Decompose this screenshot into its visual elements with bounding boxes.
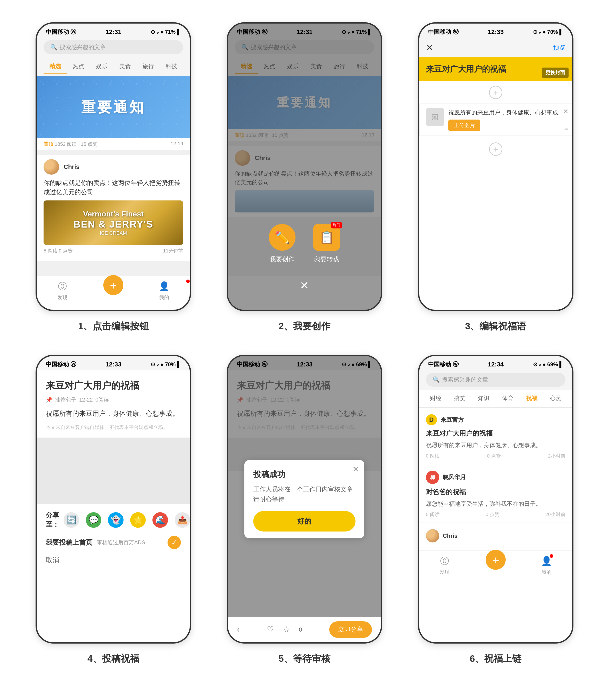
blessing-date-4: 12-22 (79, 397, 93, 403)
nav-fab-1[interactable]: ＋ (88, 279, 139, 301)
submit-label-4: 我要投稿上首页 (46, 538, 92, 547)
step-label-6: 6、祝福上链 (470, 652, 521, 665)
fab-plus-icon-6[interactable]: ＋ (486, 550, 506, 570)
nav-tab-featured-1[interactable]: 精选 (44, 60, 67, 73)
result-item-3[interactable]: Chris (419, 523, 572, 551)
dialog-ok-btn[interactable]: 好的 (253, 511, 355, 531)
carrier-4: 中国移动 ⓦ (46, 360, 76, 368)
nav-tab-entertainment-1[interactable]: 娱乐 (90, 60, 114, 73)
cat-finance[interactable]: 财经 (424, 390, 448, 407)
result-author-row-2: 梅 晓风华月 (426, 471, 566, 484)
nav-tabs-1: 精选 热点 娱乐 美食 旅行 科技 (37, 57, 190, 76)
nav-tab-tech-1[interactable]: 科技 (160, 60, 183, 73)
submit-row-4: 我要投稿上首页 审核通过后百万ADS ✓ (46, 536, 181, 549)
screen2-wrapper: 中国移动 ⓦ 12:31 ⊙ ᵥ ● 71% ▌ 🔍 搜索感兴趣的文章 精选 热… (209, 13, 400, 346)
blessing-reads-4: 0阅读 (95, 396, 109, 403)
modal-overlay-2: ✏️ 我要创作 📋 热门 我要转载 ✕ (228, 23, 381, 310)
time-6: 12:34 (488, 361, 504, 368)
result-item-2[interactable]: 梅 晓风华月 对爸爸的祝福 愿您能幸福地享受生活，弥补我不在的日子。 0 阅读 … (419, 464, 572, 523)
result-reads-2: 0 阅读 (426, 511, 440, 518)
author-card-1[interactable]: Chris 你的缺点就是你的卖点！这两位年轻人把劣势扭转成过亿美元的公司 Ver… (37, 155, 190, 261)
content-block-1[interactable]: 🖼 祝愿所有的来豆用户，身体健康、心想事成。 上传图片 ✕ ≡ (419, 104, 572, 136)
change-cover-btn[interactable]: 更换封面 (542, 68, 569, 78)
cat-blessing[interactable]: 祝福 (520, 390, 544, 407)
carrier-3: 中国移动 ⓦ (428, 28, 458, 36)
result-item-1[interactable]: D 来豆官方 来豆对广大用户的祝福 祝愿所有的来豆用户，身体健康、心想事成。 0… (419, 408, 572, 464)
review-info-4: 审核通过后百万ADS (97, 539, 145, 546)
banner-article-1[interactable]: 重要通知 置顶 1852 阅读 15 点赞 12-19 (37, 76, 190, 150)
cat-soul[interactable]: 心灵 (544, 390, 568, 407)
result-author-row-3: Chris (426, 529, 566, 543)
zero-count-5: 0 (299, 626, 302, 633)
nav-tab-hot-1[interactable]: 热点 (67, 60, 90, 73)
preview-btn[interactable]: 预览 (553, 43, 566, 52)
back-icon-5[interactable]: ‹ (237, 625, 240, 634)
nav-tab-food-1[interactable]: 美食 (113, 60, 137, 73)
action-repost-label: 我要转载 (314, 255, 339, 263)
blessing-body-4: 祝愿所有的来豆用户，身体健康、心想事成。 (46, 408, 181, 419)
action-sheet-2: ✏️ 我要创作 📋 热门 我要转载 (260, 215, 349, 272)
search-input-1[interactable]: 🔍 搜索感兴趣的文章 (44, 40, 183, 54)
search-placeholder-1: 搜索感兴趣的文章 (59, 43, 106, 51)
result-stats-2: 0 阅读 0 点赞 20小时前 (426, 511, 566, 518)
instant-share-btn-5[interactable]: 立即分享 (329, 621, 372, 638)
nav-fab-6[interactable]: ＋ (470, 554, 521, 576)
share-icon-star[interactable]: ⭐ (130, 512, 146, 528)
upload-btn[interactable]: 上传图片 (448, 120, 480, 131)
yellow-banner-3[interactable]: 来豆对广大用户的祝福 更换封面 (419, 57, 572, 81)
edit-header-3: ✕ 预览 (419, 38, 572, 57)
result-time-2: 20小时前 (545, 511, 565, 518)
search-input-6[interactable]: 🔍 搜索感兴趣的文章 (426, 373, 566, 387)
phone-screen4: 中国移动 ⓦ 12:33 ⊙ ᵥ ● 70% ▌ 来豆对广大用户的祝福 📌 油炸… (36, 355, 191, 644)
result-body-2: 愿您能幸福地享受生活，弥补我不在的日子。 (426, 499, 566, 509)
edit-close-btn[interactable]: ✕ (426, 42, 434, 53)
author-row-1: Chris (44, 159, 183, 175)
step-label-4: 4、投稿祝福 (87, 652, 139, 665)
result-likes-2: 0 点赞 (486, 511, 500, 518)
cat-sports[interactable]: 体育 (496, 390, 520, 407)
heart-icon-5[interactable]: ♡ (267, 625, 274, 634)
article-meta-1: 置顶 1852 阅读 15 点赞 12-19 (37, 138, 190, 150)
dialog-close-btn[interactable]: ✕ (352, 465, 359, 474)
share-icon-weibo[interactable]: 🌊 (152, 512, 168, 528)
action-create-btn[interactable]: ✏️ 我要创作 (269, 224, 296, 263)
add-circle-icon: ＋ (489, 86, 502, 99)
share-label-4: 分享至： (46, 511, 59, 529)
nav-discover-1[interactable]: ⓪ 发现 (37, 279, 88, 301)
nav-tab-travel-1[interactable]: 旅行 (137, 60, 160, 73)
gray-area-4 (37, 438, 190, 504)
share-icon-wechat[interactable]: 💬 (86, 512, 101, 528)
nav-discover-6[interactable]: ⓪ 发现 (419, 554, 470, 576)
star-icon-5[interactable]: ☆ (283, 625, 290, 634)
thumbnail-brand-1: Vermont's Finest BEN & JERRY'S ICE CREAM (73, 209, 153, 236)
cat-funny[interactable]: 搞笑 (448, 390, 472, 407)
status-icons-6: ⊙ ᵥ ● 69% ▌ (533, 361, 563, 368)
block-delete-icon[interactable]: ✕ (563, 107, 568, 115)
close-modal-btn[interactable]: ✕ (300, 279, 309, 292)
screen6-wrapper: 中国移动 ⓦ 12:34 ⊙ ᵥ ● 69% ▌ 🔍 搜索感兴趣的文章 财经 搞… (400, 346, 591, 678)
status-bar-6: 中国移动 ⓦ 12:34 ⊙ ᵥ ● 69% ▌ (419, 356, 572, 371)
time-ago-1: 11分钟前 (163, 247, 183, 254)
share-icon-more[interactable]: 📤 (175, 512, 190, 528)
result-author-2: 晓风华月 (443, 473, 466, 481)
result-likes-1: 0 点赞 (487, 453, 501, 459)
nav-mine-1[interactable]: 👤 我的 (139, 279, 190, 301)
hot-badge: 热门 (331, 222, 342, 228)
action-repost-btn[interactable]: 📋 热门 我要转载 (313, 224, 340, 263)
submit-toggle-btn[interactable]: ✓ (168, 536, 181, 549)
fab-plus-icon-1[interactable]: ＋ (103, 275, 123, 295)
status-bar-4: 中国移动 ⓦ 12:33 ⊙ ᵥ ● 70% ▌ (37, 356, 190, 371)
nav-discover-label-1: 发现 (57, 294, 67, 301)
result-title-2: 对爸爸的祝福 (426, 488, 566, 497)
screen3-wrapper: 中国移动 ⓦ 12:33 ⊙ ᵥ ● 70% ▌ ✕ 预览 来豆对广大用户的祝福… (400, 13, 591, 346)
nav-mine-6[interactable]: 👤 我的 (521, 554, 572, 576)
status-bar-1: 中国移动 ⓦ 12:31 ⊙ ᵥ ● 71% ▌ (37, 23, 190, 38)
add-section-top[interactable]: ＋ (419, 81, 572, 104)
cancel-btn-4[interactable]: 取消 (46, 553, 181, 567)
add-section-bottom[interactable]: ＋ (419, 138, 572, 160)
status-icons-3: ⊙ ᵥ ● 70% ▌ (533, 29, 563, 35)
status-bar-3: 中国移动 ⓦ 12:33 ⊙ ᵥ ● 70% ▌ (419, 23, 572, 38)
share-icon-qq[interactable]: 👻 (108, 512, 123, 528)
share-icon-refresh[interactable]: 🔄 (64, 512, 79, 528)
cat-knowledge[interactable]: 知识 (472, 390, 496, 407)
